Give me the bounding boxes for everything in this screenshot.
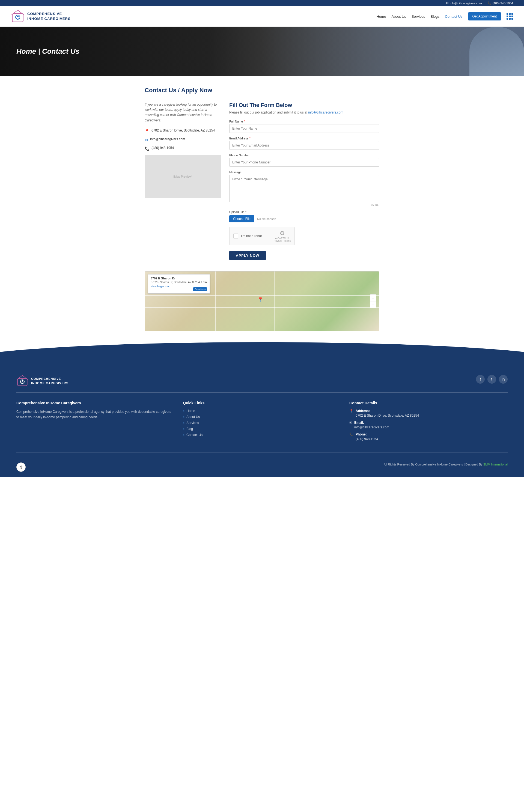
main-content: Contact Us / Apply Now If you are a care… [139,87,385,260]
road-v2 [274,271,275,331]
footer-address-item: 📍 Address: 6702 E Sharon Drive, Scottsda… [349,409,508,417]
full-name-input[interactable] [229,124,379,133]
svg-point-2 [17,16,19,17]
phone-input[interactable] [229,158,379,167]
wave-divider [0,342,524,364]
footer-columns: Comprehensive InHome Caregivers Comprehe… [16,401,508,444]
hero-image [262,27,524,76]
copyright-text: All Rights Reserved By Comprehensive InH… [384,463,508,466]
footer-company-col: Comprehensive InHome Caregivers Comprehe… [16,401,175,444]
nav-services[interactable]: Services [412,15,425,19]
email-group: Email Address * [229,137,379,150]
footer-logo: Comprehensive InHome Caregivers [16,375,68,387]
facebook-icon[interactable]: f [476,375,485,384]
designer-link[interactable]: SMM International [483,463,508,466]
twitter-icon[interactable]: t [488,375,496,384]
choose-file-button[interactable]: Choose File [229,215,255,222]
contact-email: ✉ info@cihcaregivers.com [145,137,221,142]
recaptcha-logo-icon: ♻ [274,230,291,237]
recaptcha-label: I'm not a robot [241,234,271,238]
footer-links-title: Quick Links [183,401,341,405]
location-icon: 📍 [145,129,149,133]
footer-link-contact[interactable]: Contact Us [183,433,341,437]
recaptcha-links: Privacy - Terms [274,239,291,242]
footer: Comprehensive InHome Caregivers f t in C… [0,364,524,477]
char-count: 0 / 180 [229,203,379,206]
contact-form: Fill Out The Form Below Please fill out … [229,102,379,260]
phone-sidebar-icon: 📞 [145,147,149,151]
nav-home[interactable]: Home [377,15,386,19]
footer-contact-col: Contact Details 📍 Address: 6702 E Sharon… [349,401,508,444]
footer-links-col: Quick Links Home About Us Services Blog … [183,401,341,444]
no-file-label: No file chosen [257,217,276,220]
required-marker: * [244,120,245,123]
full-name-group: Full Name * [229,120,379,133]
recaptcha-brand-area: ♻ reCAPTCHA Privacy - Terms [274,230,291,242]
recaptcha-brand: reCAPTCHA [274,237,291,239]
road-h2 [145,307,379,308]
zoom-out-button[interactable]: − [370,301,376,308]
message-label: Message [229,170,379,174]
map-place-name: 6702 E Sharon Dr [151,277,207,280]
email-input[interactable] [229,141,379,150]
social-icons: f t in [476,375,508,384]
sidebar-intro: If you are a caregiver looking for an op… [145,102,221,123]
grid-menu-icon[interactable] [507,13,513,20]
form-subtitle: Please fill out our job application and … [229,111,379,114]
message-group: Message 0 / 180 [229,170,379,206]
directions-button[interactable]: Directions [193,287,207,291]
road-h1 [145,295,379,296]
map-place-address: 6702 E Sharon Dr, Scottsdale, AZ 85254, … [151,281,207,284]
main-nav: Home About Us Services Blogs Contact Us … [377,12,513,20]
upload-section: Upload File * Choose File No file chosen [229,210,379,222]
footer-link-blog[interactable]: Blog [183,427,341,431]
footer-contact-title: Contact Details [349,401,508,405]
footer-location-icon: 📍 [349,409,354,413]
zoom-in-button[interactable]: + [370,295,376,301]
footer-link-services[interactable]: Services [183,421,341,425]
sidebar-map: [Map Preview] [145,155,221,198]
recaptcha-box[interactable]: I'm not a robot ♻ reCAPTCHA Privacy - Te… [229,227,295,245]
map-section: 6702 E Sharon Dr 6702 E Sharon Dr, Scott… [139,271,385,331]
phone-label: Phone Number [229,154,379,157]
apply-button[interactable]: APPLY NOW [229,251,266,260]
recaptcha-checkbox[interactable] [233,234,238,238]
header: Comprehensive InHome Caregivers Home Abo… [0,6,524,27]
scroll-top-area: ⇧ [16,457,26,472]
nav-contact[interactable]: Contact Us [445,15,462,19]
instagram-icon[interactable]: in [499,375,508,384]
footer-company-title: Comprehensive InHome Caregivers [16,401,175,405]
form-email-link[interactable]: info@cihcaregivers.com [308,111,343,114]
footer-phone-icon: 📞 [349,432,354,436]
get-appointment-button[interactable]: Get Appointment [468,12,501,20]
nav-about[interactable]: About Us [391,15,406,19]
upload-label: Upload File * [229,210,379,214]
contact-grid: If you are a caregiver looking for an op… [145,102,379,260]
footer-top: Comprehensive InHome Caregivers f t in [16,375,508,393]
footer-link-about[interactable]: About Us [183,415,341,419]
logo: Comprehensive InHome Caregivers [11,10,71,23]
footer-logo-icon [16,375,28,387]
hero-title: Home | Contact Us [16,47,79,56]
full-name-label: Full Name * [229,120,379,123]
scroll-to-top-button[interactable]: ⇧ [16,463,26,472]
form-heading: Fill Out The Form Below [229,102,379,108]
phone-icon: 📞 [488,1,491,5]
email-label: Email Address * [229,137,379,140]
contact-sidebar: If you are a caregiver looking for an op… [145,102,221,260]
hero-banner: Home | Contact Us [0,27,524,76]
section-title: Contact Us / Apply Now [145,87,379,94]
map-zoom-controls: + − [370,294,376,308]
phone-group: Phone Number [229,154,379,167]
footer-link-home[interactable]: Home [183,409,341,413]
nav-blogs[interactable]: Blogs [431,15,440,19]
map-container[interactable]: 6702 E Sharon Dr 6702 E Sharon Dr, Scott… [145,271,379,331]
topbar-email: ✉ info@cihcaregivers.com [446,1,482,5]
map-pin-icon: 📍 [257,297,263,303]
road-v1 [215,271,216,331]
contact-address: 📍 6702 E Sharon Drive, Scottsdale, AZ 85… [145,129,221,133]
map-popup: 6702 E Sharon Dr 6702 E Sharon Dr, Scott… [148,274,210,294]
contact-phone: 📞 (480) 948-1954 [145,146,221,151]
footer-company-desc: Comprehensive InHome Caregivers is a pro… [16,409,175,420]
message-input[interactable] [229,175,379,202]
